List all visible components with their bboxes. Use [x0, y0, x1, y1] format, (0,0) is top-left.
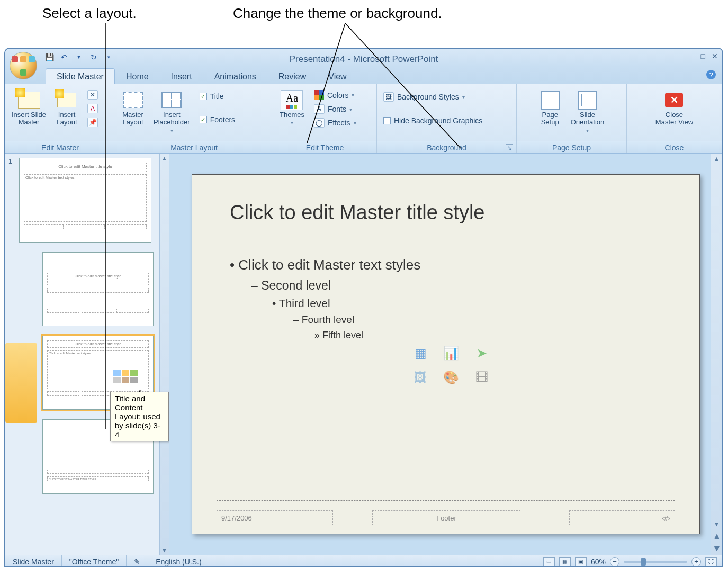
quick-access-toolbar: 💾 ↶ ▼ ↻ ▾ — [43, 51, 114, 63]
group-label-close: Close — [627, 141, 722, 153]
footers-checkbox[interactable]: ✓Footers — [196, 114, 238, 125]
hide-background-graphics-checkbox[interactable]: Hide Background Graphics — [380, 115, 486, 126]
group-page-setup: Page Setup Slide Orientation Page Setup — [517, 84, 627, 153]
view-sorter-button[interactable]: ▦ — [559, 557, 571, 567]
insert-table-icon[interactable]: ▦ — [408, 343, 433, 364]
background-styles-icon: 🖼 — [383, 92, 394, 102]
save-icon[interactable]: 💾 — [43, 51, 55, 63]
slide-number-placeholder[interactable]: ‹#› — [569, 510, 675, 525]
colors-icon — [314, 90, 324, 100]
tab-review[interactable]: Review — [267, 68, 317, 84]
preserve-button[interactable]: 📌 — [84, 116, 101, 128]
scroll-up-icon[interactable]: ▲ — [711, 154, 722, 164]
rename-icon: A — [87, 104, 98, 113]
annotation-callouts: Select a layout. Change the theme or bac… — [0, 0, 728, 48]
zoom-slider-thumb[interactable] — [641, 558, 646, 566]
fonts-button[interactable]: A Fonts — [311, 103, 359, 115]
date-placeholder[interactable]: 9/17/2006 — [217, 510, 333, 525]
qat-caret-icon[interactable]: ▼ — [73, 51, 85, 63]
slide-editor-pane: Click to edit Master title style Click t… — [169, 154, 722, 555]
thumbnail-layout-1[interactable]: Click to edit Master title style — [42, 252, 154, 326]
undo-icon[interactable]: ↶ — [58, 51, 70, 63]
close-master-view-button[interactable]: ✕ Close Master View — [652, 88, 696, 129]
insert-picture-icon[interactable]: 🖼 — [408, 367, 433, 388]
prev-slide-icon[interactable]: ⯅ — [711, 532, 722, 542]
close-window-button[interactable]: ✕ — [712, 52, 718, 60]
dialog-launcher-icon[interactable]: ↘ — [506, 144, 513, 151]
themes-icon: Aa — [281, 90, 303, 110]
thumbnail-scrollbar[interactable]: ▲ ▼ — [159, 154, 169, 555]
insert-layout-button[interactable]: Insert Layout — [52, 88, 81, 129]
group-label-edit-theme: Edit Theme — [273, 141, 376, 153]
callout-select-layout: Select a layout. — [42, 5, 137, 22]
view-slideshow-button[interactable]: ▣ — [575, 557, 587, 567]
maximize-button[interactable]: □ — [701, 52, 705, 60]
themes-button[interactable]: Aa Themes — [276, 88, 308, 128]
tab-insert[interactable]: Insert — [160, 68, 203, 84]
title-checkbox[interactable]: ✓Title — [196, 91, 238, 102]
rename-button[interactable]: A — [84, 103, 101, 114]
checkbox-icon: ✓ — [200, 93, 207, 100]
slide-orientation-button[interactable]: Slide Orientation — [568, 88, 608, 136]
delete-icon: ✕ — [87, 90, 98, 100]
group-label-master-layout: Master Layout — [115, 141, 273, 153]
status-mode: Slide Master — [5, 555, 62, 567]
statusbar: Slide Master "Office Theme" ✎ English (U… — [5, 555, 722, 567]
colors-button[interactable]: Colors — [311, 89, 359, 101]
next-slide-icon[interactable]: ⯆ — [711, 543, 722, 554]
slide-vertical-scrollbar[interactable]: ▲ ▼ ⯅ ⯆ — [711, 154, 722, 555]
zoom-percent[interactable]: 60% — [591, 558, 606, 566]
tab-view[interactable]: View — [317, 68, 357, 84]
preserve-icon: 📌 — [87, 118, 98, 127]
scroll-down-icon[interactable]: ▼ — [711, 519, 722, 530]
office-button[interactable] — [10, 52, 37, 79]
title-placeholder[interactable]: Click to edit Master title style — [217, 190, 675, 235]
group-background: 🖼 Background Styles Hide Background Grap… — [377, 84, 517, 153]
background-styles-button[interactable]: 🖼 Background Styles — [380, 91, 486, 103]
insert-clipart-icon[interactable]: 🎨 — [438, 367, 464, 388]
insert-media-icon[interactable]: 🎞 — [469, 367, 495, 388]
scroll-up-icon[interactable]: ▲ — [160, 154, 169, 163]
tab-home[interactable]: Home — [115, 68, 160, 84]
slide-canvas[interactable]: Click to edit Master title style Click t… — [192, 174, 700, 534]
help-icon[interactable]: ? — [706, 70, 716, 79]
status-language[interactable]: English (U.S.) — [148, 555, 209, 567]
insert-placeholder-button[interactable]: Insert Placeholder — [150, 88, 193, 136]
body-placeholder[interactable]: Click to edit Master text styles Second … — [217, 247, 675, 501]
insert-chart-icon[interactable]: 📊 — [438, 343, 464, 364]
tab-slide-master[interactable]: Slide Master — [46, 68, 115, 84]
page-setup-button[interactable]: Page Setup — [536, 88, 564, 129]
checkbox-icon: ✓ — [200, 116, 207, 123]
group-label-edit-master: Edit Master — [5, 141, 115, 153]
zoom-out-button[interactable]: − — [610, 557, 619, 567]
group-label-page-setup: Page Setup — [517, 141, 626, 153]
fonts-icon: A — [314, 104, 325, 114]
thumbnail-pane: 1 Click to edit Master title style Click… — [5, 154, 169, 555]
spellcheck-icon: ✎ — [134, 558, 140, 566]
group-close: ✕ Close Master View Close — [627, 84, 722, 153]
master-layout-icon — [122, 90, 144, 110]
tab-animations[interactable]: Animations — [203, 68, 267, 84]
zoom-in-button[interactable]: + — [691, 557, 701, 567]
insert-slide-master-icon — [18, 90, 40, 110]
app-window: 💾 ↶ ▼ ↻ ▾ Presentation4 - Microsoft Powe… — [4, 48, 723, 567]
qat-customize-icon[interactable]: ▾ — [103, 51, 114, 63]
thumbnail-slide-master[interactable]: Click to edit Master title style Click t… — [19, 158, 151, 243]
callout-change-theme: Change the theme or background. — [233, 5, 442, 22]
ribbon-tabs: Slide Master Home Insert Animations Revi… — [5, 67, 722, 84]
zoom-fit-button[interactable]: ⛶ — [705, 557, 717, 567]
minimize-button[interactable]: — — [687, 52, 695, 60]
insert-slide-master-button[interactable]: Insert Slide Master — [8, 88, 49, 129]
effects-button[interactable]: ◯ Effects — [311, 117, 359, 129]
master-layout-button[interactable]: Master Layout — [119, 88, 147, 129]
slide-orientation-icon — [577, 90, 599, 110]
zoom-slider[interactable] — [624, 561, 687, 563]
view-normal-button[interactable]: ▭ — [543, 557, 555, 567]
scroll-down-icon[interactable]: ▼ — [160, 545, 169, 555]
footer-placeholder[interactable]: Footer — [372, 510, 520, 525]
ribbon: Insert Slide Master Insert Layout ✕ A 📌 … — [5, 84, 722, 154]
insert-smartart-icon[interactable]: ➤ — [469, 343, 495, 364]
redo-icon[interactable]: ↻ — [88, 51, 100, 63]
delete-button[interactable]: ✕ — [84, 89, 101, 101]
status-spellcheck[interactable]: ✎ — [127, 555, 148, 567]
